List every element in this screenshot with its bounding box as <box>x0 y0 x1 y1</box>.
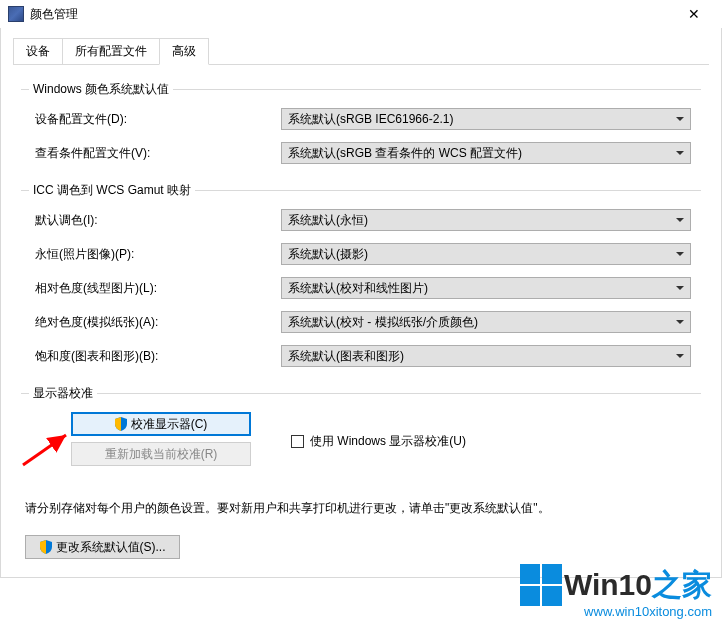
button-label: 校准显示器(C) <box>131 416 208 433</box>
label-absolute: 绝对色度(模拟纸张)(A): <box>31 314 281 331</box>
dropdown-perceptual[interactable]: 系统默认(摄影) <box>281 243 691 265</box>
dropdown-value: 系统默认(sRGB IEC61966-2.1) <box>288 111 676 128</box>
dropdown-default-intent[interactable]: 系统默认(永恒) <box>281 209 691 231</box>
group-title: 显示器校准 <box>29 385 97 402</box>
chevron-down-icon <box>676 252 684 256</box>
tab-all-profiles[interactable]: 所有配置文件 <box>62 38 160 64</box>
dropdown-device-profile[interactable]: 系统默认(sRGB IEC61966-2.1) <box>281 108 691 130</box>
dropdown-value: 系统默认(永恒) <box>288 212 676 229</box>
chevron-down-icon <box>676 151 684 155</box>
titlebar: 颜色管理 ✕ <box>0 0 722 28</box>
label-perceptual: 永恒(照片图像)(P): <box>31 246 281 263</box>
chevron-down-icon <box>676 320 684 324</box>
label-relative: 相对色度(线型图片)(L): <box>31 280 281 297</box>
dropdown-absolute[interactable]: 系统默认(校对 - 模拟纸张/介质颜色) <box>281 311 691 333</box>
button-label: 重新加载当前校准(R) <box>105 446 218 463</box>
label-saturation: 饱和度(图表和图形)(B): <box>31 348 281 365</box>
close-button[interactable]: ✕ <box>674 0 714 28</box>
shield-icon <box>40 540 52 554</box>
shield-icon <box>115 417 127 431</box>
group-display-calibration: 显示器校准 校准显示器(C) 重新加载当前校准(R) 使用 Window <box>21 393 701 478</box>
app-icon <box>8 6 24 22</box>
dropdown-saturation[interactable]: 系统默认(图表和图形) <box>281 345 691 367</box>
chevron-down-icon <box>676 286 684 290</box>
calibrate-display-button[interactable]: 校准显示器(C) <box>71 412 251 436</box>
note-text: 请分别存储对每个用户的颜色设置。要对新用户和共享打印机进行更改，请单击"更改系统… <box>25 500 697 517</box>
group-icc-wcs: ICC 调色到 WCS Gamut 映射 默认调色(I): 系统默认(永恒) 永… <box>21 190 701 383</box>
dropdown-viewing-profile[interactable]: 系统默认(sRGB 查看条件的 WCS 配置文件) <box>281 142 691 164</box>
checkbox-label: 使用 Windows 显示器校准(U) <box>310 433 466 450</box>
tab-devices[interactable]: 设备 <box>13 38 63 64</box>
reload-calibration-button: 重新加载当前校准(R) <box>71 442 251 466</box>
chevron-down-icon <box>676 354 684 358</box>
use-windows-calibration-checkbox[interactable] <box>291 435 304 448</box>
group-windows-defaults: Windows 颜色系统默认值 设备配置文件(D): 系统默认(sRGB IEC… <box>21 89 701 180</box>
chevron-down-icon <box>676 117 684 121</box>
window-title: 颜色管理 <box>30 6 674 23</box>
dropdown-value: 系统默认(摄影) <box>288 246 676 263</box>
dropdown-value: 系统默认(校对和线性图片) <box>288 280 676 297</box>
label-viewing-profile: 查看条件配置文件(V): <box>31 145 281 162</box>
button-label: 更改系统默认值(S)... <box>56 539 166 556</box>
dropdown-value: 系统默认(sRGB 查看条件的 WCS 配置文件) <box>288 145 676 162</box>
label-device-profile: 设备配置文件(D): <box>31 111 281 128</box>
dropdown-value: 系统默认(校对 - 模拟纸张/介质颜色) <box>288 314 676 331</box>
change-system-defaults-button[interactable]: 更改系统默认值(S)... <box>25 535 180 559</box>
chevron-down-icon <box>676 218 684 222</box>
dropdown-relative[interactable]: 系统默认(校对和线性图片) <box>281 277 691 299</box>
group-title: Windows 颜色系统默认值 <box>29 81 173 98</box>
watermark-url: www.win10xitong.com <box>520 604 712 619</box>
dropdown-value: 系统默认(图表和图形) <box>288 348 676 365</box>
group-title: ICC 调色到 WCS Gamut 映射 <box>29 182 195 199</box>
tab-advanced[interactable]: 高级 <box>159 38 209 65</box>
label-default-intent: 默认调色(I): <box>31 212 281 229</box>
tabs: 设备 所有配置文件 高级 <box>13 38 709 65</box>
